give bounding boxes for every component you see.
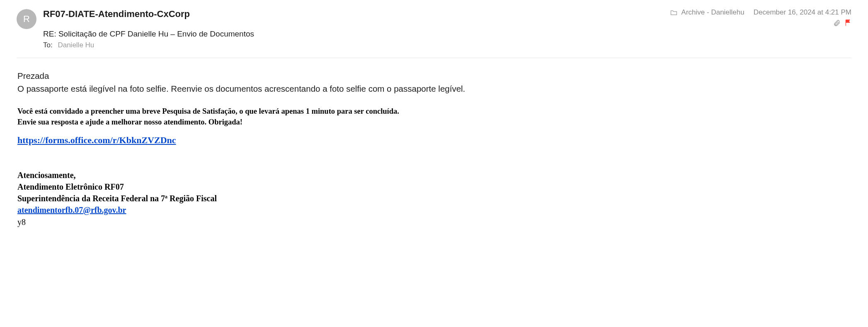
survey-text-line2: Envie sua resposta e ajude a melhorar no… [17, 117, 851, 128]
paperclip-icon[interactable] [833, 19, 841, 28]
flag-icon[interactable] [845, 19, 851, 28]
trailing-text: y8 [17, 216, 851, 228]
signature-email-link[interactable]: atendimentorfb.07@rfb.gov.br [17, 205, 126, 215]
folder-icon [670, 10, 677, 15]
email-body: Prezada O passaporte está ilegível na fo… [17, 70, 851, 228]
signature-line3: Superintendência da Receita Federal na 7… [17, 193, 851, 204]
email-subject: RE: Solicitação de CPF Danielle Hu – Env… [43, 29, 851, 39]
to-label: To: [43, 41, 53, 49]
avatar-initial: R [23, 14, 30, 24]
sender-name: RF07-DIATE-Atendimento-CxCorp [43, 8, 190, 20]
to-line: To: Danielle Hu [43, 41, 851, 49]
meta-line: Archive - Daniellehu December 16, 2024 a… [670, 8, 851, 17]
folder-label: Archive - Daniellehu [681, 8, 744, 17]
indicators [833, 19, 851, 28]
header-top-row: RF07-DIATE-Atendimento-CxCorp Archive - … [43, 8, 851, 28]
to-recipient[interactable]: Danielle Hu [58, 41, 94, 49]
header-content: RF07-DIATE-Atendimento-CxCorp Archive - … [43, 8, 851, 49]
survey-link[interactable]: https://forms.office.com/r/KbknZVZDnc [17, 134, 176, 147]
header-right: Archive - Daniellehu December 16, 2024 a… [670, 8, 851, 28]
main-message: O passaporte está ilegível na foto selfi… [17, 83, 851, 95]
email-header: R RF07-DIATE-Atendimento-CxCorp Archive … [17, 8, 851, 58]
signature-line1: Atenciosamente, [17, 169, 851, 181]
signature-line2: Atendimento Eletrônico RF07 [17, 181, 851, 193]
sender-avatar[interactable]: R [17, 9, 36, 29]
greeting: Prezada [17, 70, 851, 82]
survey-text-line1: Você está convidado a preencher uma brev… [17, 106, 851, 117]
email-container: R RF07-DIATE-Atendimento-CxCorp Archive … [17, 8, 851, 228]
timestamp: December 16, 2024 at 4:21 PM [754, 8, 851, 17]
